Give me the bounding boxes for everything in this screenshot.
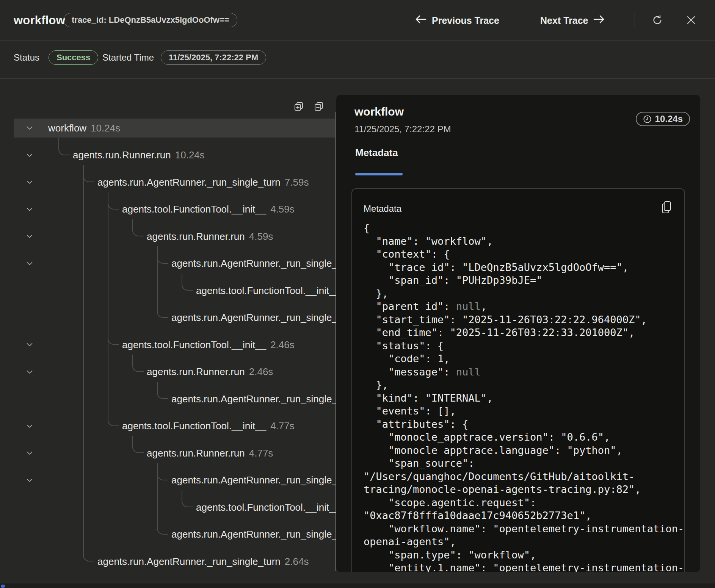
trace-tree: workflow10.24sagents.run.Runner.run10.24…: [0, 79, 336, 572]
status-bar: Status Success Started Time 11/25/2025, …: [0, 41, 715, 79]
span-name: agents.run.AgentRunner._run_single_turn: [171, 308, 336, 327]
span-duration: 2.64s: [285, 556, 309, 568]
trace-id-pill: trace_id: LDeQnzB5aUvzx5lgdOoOfw==: [64, 13, 237, 27]
tree-row[interactable]: agents.run.AgentRunner._run_single_turn: [14, 471, 335, 490]
tree-row[interactable]: agents.run.Runner.run4.59s: [14, 227, 335, 246]
tree-row[interactable]: agents.tool.FunctionTool.__init__4.59s: [14, 200, 335, 219]
span-duration: 4.77s: [270, 420, 295, 432]
detail-timestamp: 11/25/2025, 7:22:22 PM: [354, 124, 451, 134]
span-name: agents.tool.FunctionTool.__init__4.59s: [122, 200, 295, 219]
span-duration: 4.77s: [249, 447, 273, 459]
chevron-down-icon[interactable]: [27, 444, 33, 463]
chevron-down-icon[interactable]: [27, 146, 33, 165]
next-trace-label: Next Trace: [540, 15, 588, 26]
tree-row[interactable]: agents.run.AgentRunner._run_single_turn: [14, 308, 335, 327]
status-badge: Success: [49, 50, 98, 65]
span-name: agents.run.AgentRunner._run_single_turn: [171, 471, 336, 490]
chevron-down-icon[interactable]: [27, 119, 33, 138]
span-name: workflow10.24s: [48, 119, 120, 138]
chevron-down-icon[interactable]: [27, 471, 33, 490]
page-title: workflow: [14, 14, 65, 27]
tree-row[interactable]: agents.tool.FunctionTool.__init__2.46s: [14, 335, 335, 354]
close-button[interactable]: [685, 14, 698, 27]
span-name: agents.tool.FunctionTool.__init__: [196, 281, 336, 300]
header-divider: [635, 12, 635, 29]
metadata-card-title: Metadata: [364, 203, 401, 214]
span-name: agents.run.Runner.run10.24s: [73, 146, 205, 165]
tree-row[interactable]: agents.tool.FunctionTool.__init__: [14, 281, 335, 300]
span-duration: 2.46s: [249, 366, 273, 378]
span-name: agents.run.AgentRunner._run_single_turn7…: [97, 173, 309, 192]
top-header: workflow trace_id: LDeQnzB5aUvzx5lgdOoOf…: [0, 0, 715, 41]
span-duration: 7.59s: [285, 177, 309, 188]
span-name: agents.run.AgentRunner._run_single_turn: [171, 525, 336, 544]
duration-badge: 10.24s: [636, 112, 690, 126]
span-name: agents.tool.FunctionTool.__init__2.46s: [122, 335, 295, 354]
span-name: agents.run.AgentRunner._run_single_turn: [171, 389, 336, 408]
status-label: Status: [14, 52, 39, 63]
status-value: Success: [56, 53, 90, 63]
tree-row[interactable]: agents.run.Runner.run4.77s: [14, 444, 335, 463]
next-trace-button[interactable]: Next Trace: [540, 13, 605, 28]
chevron-down-icon[interactable]: [27, 363, 33, 382]
span-name: agents.run.AgentRunner._run_single_turn2…: [97, 552, 309, 571]
span-name: agents.run.Runner.run2.46s: [147, 363, 273, 382]
clock-icon: [643, 115, 652, 124]
copy-button[interactable]: [660, 200, 673, 216]
span-name: agents.tool.FunctionTool.__init__4.77s: [122, 417, 295, 436]
span-duration: 4.59s: [270, 203, 295, 215]
span-name: agents.tool.FunctionTool.__init__: [196, 498, 336, 517]
tree-row[interactable]: agents.run.Runner.run2.46s: [14, 363, 335, 382]
chevron-down-icon[interactable]: [27, 254, 33, 273]
bottom-window-strip: [0, 583, 715, 588]
metadata-json[interactable]: { "name": "workflow", "context": { "trac…: [364, 222, 678, 572]
close-icon: [686, 15, 696, 27]
tree-row[interactable]: workflow10.24s: [14, 119, 335, 138]
tree-row[interactable]: agents.tool.FunctionTool.__init__4.77s: [14, 417, 335, 436]
trace-id-text: trace_id: LDeQnzB5aUvzx5lgdOoOfw==: [72, 15, 229, 25]
span-name: agents.run.Runner.run4.77s: [147, 444, 273, 463]
chevron-down-icon[interactable]: [27, 335, 33, 354]
tab-row-divider: [336, 176, 700, 176]
detail-header-divider: [336, 142, 700, 142]
copy-icon: [661, 200, 672, 216]
chevron-down-icon[interactable]: [27, 200, 33, 219]
detail-title: workflow: [354, 105, 404, 118]
tree-row[interactable]: agents.tool.FunctionTool.__init__: [14, 498, 335, 517]
arrow-left-icon: [415, 15, 426, 26]
previous-trace-button[interactable]: Previous Trace: [415, 13, 499, 28]
span-name: agents.run.Runner.run4.59s: [147, 227, 273, 246]
chevron-down-icon[interactable]: [27, 227, 33, 246]
active-tab-indicator: [355, 173, 403, 175]
expand-all-button[interactable]: [294, 102, 304, 111]
tree-row[interactable]: agents.run.AgentRunner._run_single_turn: [14, 254, 335, 273]
span-duration: 10.24s: [91, 122, 120, 134]
tree-row[interactable]: agents.run.AgentRunner._run_single_turn: [14, 525, 335, 544]
arrow-right-icon: [593, 15, 605, 26]
started-time-label: Started Time: [102, 52, 154, 63]
refresh-button[interactable]: [651, 14, 664, 27]
collapse-all-icon: [314, 106, 324, 113]
tab-metadata[interactable]: Metadata: [355, 147, 398, 159]
trace-viewer-window: workflow trace_id: LDeQnzB5aUvzx5lgdOoOf…: [0, 0, 715, 588]
span-duration: 2.46s: [270, 339, 295, 351]
previous-trace-label: Previous Trace: [432, 15, 499, 26]
collapse-all-button[interactable]: [314, 102, 324, 111]
metadata-card: Metadata { "name": "workflow", "context"…: [351, 188, 685, 572]
tree-row[interactable]: agents.run.AgentRunner._run_single_turn2…: [14, 552, 335, 571]
started-time-pill: 11/25/2025, 7:22:22 PM: [161, 50, 266, 65]
span-detail-panel: workflow 10.24s 11/25/2025, 7:22:22 PM M…: [336, 95, 700, 572]
span-duration: 4.59s: [249, 231, 273, 242]
chevron-down-icon[interactable]: [27, 417, 33, 436]
tree-row[interactable]: agents.run.Runner.run10.24s: [14, 146, 335, 165]
chevron-down-icon[interactable]: [27, 173, 33, 192]
tree-row[interactable]: agents.run.AgentRunner._run_single_turn: [14, 389, 335, 408]
expand-all-icon: [294, 106, 304, 113]
duration-value: 10.24s: [655, 114, 683, 124]
span-name: agents.run.AgentRunner._run_single_turn: [171, 254, 336, 273]
refresh-icon: [652, 14, 663, 27]
tree-row[interactable]: agents.run.AgentRunner._run_single_turn7…: [14, 173, 335, 192]
span-duration: 10.24s: [175, 149, 205, 161]
started-time-value: 11/25/2025, 7:22:22 PM: [169, 53, 258, 63]
bottom-left-accent: [1, 585, 5, 588]
